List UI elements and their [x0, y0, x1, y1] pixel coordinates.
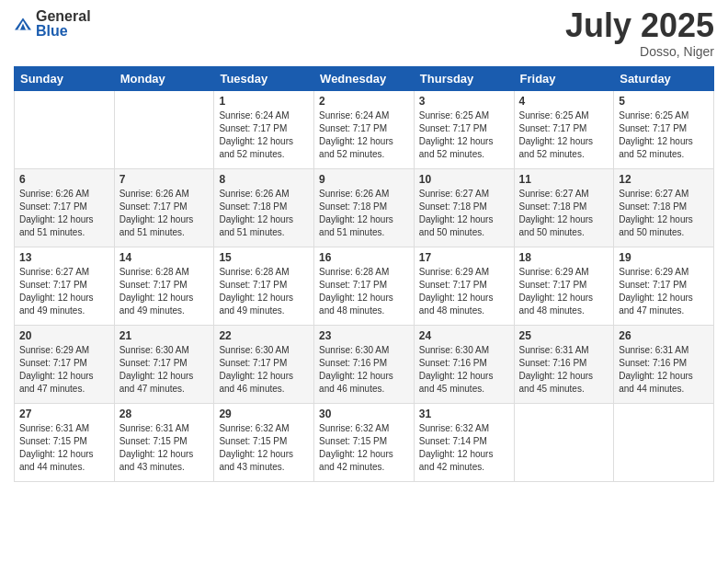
- day-info: Sunrise: 6:26 AMSunset: 7:18 PMDaylight:…: [319, 188, 409, 239]
- day-info: Sunrise: 6:29 AMSunset: 7:17 PMDaylight:…: [419, 266, 509, 317]
- day-info: Sunrise: 6:31 AMSunset: 7:15 PMDaylight:…: [19, 422, 109, 474]
- day-number: 9: [319, 173, 409, 186]
- table-row: 21Sunrise: 6:30 AMSunset: 7:17 PMDayligh…: [114, 326, 214, 404]
- day-info: Sunrise: 6:26 AMSunset: 7:17 PMDaylight:…: [119, 188, 210, 239]
- table-row: [514, 404, 614, 482]
- logo-icon: [14, 15, 32, 33]
- day-info: Sunrise: 6:25 AMSunset: 7:17 PMDaylight:…: [519, 109, 609, 161]
- day-info: Sunrise: 6:24 AMSunset: 7:17 PMDaylight:…: [319, 109, 409, 161]
- table-row: 14Sunrise: 6:28 AMSunset: 7:17 PMDayligh…: [114, 247, 214, 326]
- week-row-4: 20Sunrise: 6:29 AMSunset: 7:17 PMDayligh…: [15, 326, 714, 404]
- week-row-3: 13Sunrise: 6:27 AMSunset: 7:17 PMDayligh…: [15, 247, 714, 326]
- header-saturday: Saturday: [614, 67, 714, 91]
- table-row: 11Sunrise: 6:27 AMSunset: 7:18 PMDayligh…: [514, 169, 614, 247]
- day-info: Sunrise: 6:28 AMSunset: 7:17 PMDaylight:…: [219, 266, 309, 317]
- logo-general: General: [36, 9, 91, 24]
- logo: General Blue: [14, 9, 91, 39]
- day-info: Sunrise: 6:27 AMSunset: 7:18 PMDaylight:…: [419, 188, 509, 239]
- table-row: [114, 91, 214, 169]
- day-number: 18: [519, 251, 609, 264]
- day-number: 3: [419, 95, 509, 108]
- day-info: Sunrise: 6:32 AMSunset: 7:15 PMDaylight:…: [219, 422, 309, 474]
- table-row: 20Sunrise: 6:29 AMSunset: 7:17 PMDayligh…: [15, 326, 115, 404]
- day-number: 24: [419, 329, 509, 342]
- day-info: Sunrise: 6:26 AMSunset: 7:18 PMDaylight:…: [219, 188, 309, 239]
- table-row: 27Sunrise: 6:31 AMSunset: 7:15 PMDayligh…: [15, 404, 115, 482]
- day-number: 28: [119, 408, 210, 420]
- month-title: July 2025: [565, 9, 714, 42]
- day-info: Sunrise: 6:32 AMSunset: 7:14 PMDaylight:…: [419, 422, 509, 474]
- day-info: Sunrise: 6:32 AMSunset: 7:15 PMDaylight:…: [319, 422, 409, 474]
- table-row: 4Sunrise: 6:25 AMSunset: 7:17 PMDaylight…: [514, 91, 614, 169]
- day-number: 22: [219, 329, 309, 342]
- title-area: July 2025 Dosso, Niger: [565, 9, 714, 59]
- header-wednesday: Wednesday: [314, 67, 415, 91]
- day-info: Sunrise: 6:28 AMSunset: 7:17 PMDaylight:…: [119, 266, 210, 317]
- header-thursday: Thursday: [414, 67, 514, 91]
- day-number: 30: [319, 408, 409, 420]
- table-row: 10Sunrise: 6:27 AMSunset: 7:18 PMDayligh…: [414, 169, 514, 247]
- day-info: Sunrise: 6:24 AMSunset: 7:17 PMDaylight:…: [219, 109, 309, 161]
- day-number: 17: [419, 251, 509, 264]
- day-info: Sunrise: 6:27 AMSunset: 7:18 PMDaylight:…: [619, 188, 709, 239]
- day-number: 10: [419, 173, 509, 186]
- table-row: 24Sunrise: 6:30 AMSunset: 7:16 PMDayligh…: [414, 326, 514, 404]
- location: Dosso, Niger: [565, 44, 714, 59]
- table-row: 9Sunrise: 6:26 AMSunset: 7:18 PMDaylight…: [314, 169, 415, 247]
- day-info: Sunrise: 6:25 AMSunset: 7:17 PMDaylight:…: [419, 109, 509, 161]
- header-monday: Monday: [114, 67, 214, 91]
- day-number: 31: [419, 408, 509, 420]
- table-row: 30Sunrise: 6:32 AMSunset: 7:15 PMDayligh…: [314, 404, 415, 482]
- day-number: 14: [119, 251, 210, 264]
- table-row: 23Sunrise: 6:30 AMSunset: 7:16 PMDayligh…: [314, 326, 415, 404]
- day-number: 12: [619, 173, 709, 186]
- day-number: 26: [619, 329, 709, 342]
- day-info: Sunrise: 6:30 AMSunset: 7:17 PMDaylight:…: [219, 344, 309, 396]
- day-info: Sunrise: 6:27 AMSunset: 7:18 PMDaylight:…: [519, 188, 609, 239]
- day-number: 5: [619, 95, 709, 108]
- day-info: Sunrise: 6:28 AMSunset: 7:17 PMDaylight:…: [319, 266, 409, 317]
- calendar-table: Sunday Monday Tuesday Wednesday Thursday…: [14, 66, 714, 482]
- table-row: 7Sunrise: 6:26 AMSunset: 7:17 PMDaylight…: [114, 169, 214, 247]
- table-row: 5Sunrise: 6:25 AMSunset: 7:17 PMDaylight…: [614, 91, 714, 169]
- header-friday: Friday: [514, 67, 614, 91]
- day-number: 8: [219, 173, 309, 186]
- day-info: Sunrise: 6:31 AMSunset: 7:15 PMDaylight:…: [119, 422, 210, 474]
- table-row: 29Sunrise: 6:32 AMSunset: 7:15 PMDayligh…: [214, 404, 314, 482]
- table-row: 19Sunrise: 6:29 AMSunset: 7:17 PMDayligh…: [614, 247, 714, 326]
- day-number: 25: [519, 329, 609, 342]
- day-number: 20: [19, 329, 109, 342]
- table-row: 6Sunrise: 6:26 AMSunset: 7:17 PMDaylight…: [15, 169, 115, 247]
- day-info: Sunrise: 6:30 AMSunset: 7:17 PMDaylight:…: [119, 344, 210, 396]
- week-row-5: 27Sunrise: 6:31 AMSunset: 7:15 PMDayligh…: [15, 404, 714, 482]
- header-sunday: Sunday: [15, 67, 115, 91]
- weekday-header-row: Sunday Monday Tuesday Wednesday Thursday…: [15, 67, 714, 91]
- table-row: 28Sunrise: 6:31 AMSunset: 7:15 PMDayligh…: [114, 404, 214, 482]
- table-row: 13Sunrise: 6:27 AMSunset: 7:17 PMDayligh…: [15, 247, 115, 326]
- day-number: 23: [319, 329, 409, 342]
- day-info: Sunrise: 6:31 AMSunset: 7:16 PMDaylight:…: [519, 344, 609, 396]
- table-row: 15Sunrise: 6:28 AMSunset: 7:17 PMDayligh…: [214, 247, 314, 326]
- table-row: 25Sunrise: 6:31 AMSunset: 7:16 PMDayligh…: [514, 326, 614, 404]
- day-number: 2: [319, 95, 409, 108]
- table-row: 3Sunrise: 6:25 AMSunset: 7:17 PMDaylight…: [414, 91, 514, 169]
- table-row: 18Sunrise: 6:29 AMSunset: 7:17 PMDayligh…: [514, 247, 614, 326]
- day-number: 6: [19, 173, 109, 186]
- day-number: 15: [219, 251, 309, 264]
- table-row: 16Sunrise: 6:28 AMSunset: 7:17 PMDayligh…: [314, 247, 415, 326]
- day-number: 13: [19, 251, 109, 264]
- day-info: Sunrise: 6:30 AMSunset: 7:16 PMDaylight:…: [319, 344, 409, 396]
- table-row: 12Sunrise: 6:27 AMSunset: 7:18 PMDayligh…: [614, 169, 714, 247]
- day-info: Sunrise: 6:29 AMSunset: 7:17 PMDaylight:…: [619, 266, 709, 317]
- day-info: Sunrise: 6:31 AMSunset: 7:16 PMDaylight:…: [619, 344, 709, 396]
- table-row: 2Sunrise: 6:24 AMSunset: 7:17 PMDaylight…: [314, 91, 415, 169]
- week-row-1: 1Sunrise: 6:24 AMSunset: 7:17 PMDaylight…: [15, 91, 714, 169]
- table-row: 31Sunrise: 6:32 AMSunset: 7:14 PMDayligh…: [414, 404, 514, 482]
- day-number: 21: [119, 329, 210, 342]
- table-row: 17Sunrise: 6:29 AMSunset: 7:17 PMDayligh…: [414, 247, 514, 326]
- day-number: 11: [519, 173, 609, 186]
- logo-text: General Blue: [36, 9, 91, 39]
- table-row: 22Sunrise: 6:30 AMSunset: 7:17 PMDayligh…: [214, 326, 314, 404]
- table-row: 1Sunrise: 6:24 AMSunset: 7:17 PMDaylight…: [214, 91, 314, 169]
- day-info: Sunrise: 6:29 AMSunset: 7:17 PMDaylight:…: [519, 266, 609, 317]
